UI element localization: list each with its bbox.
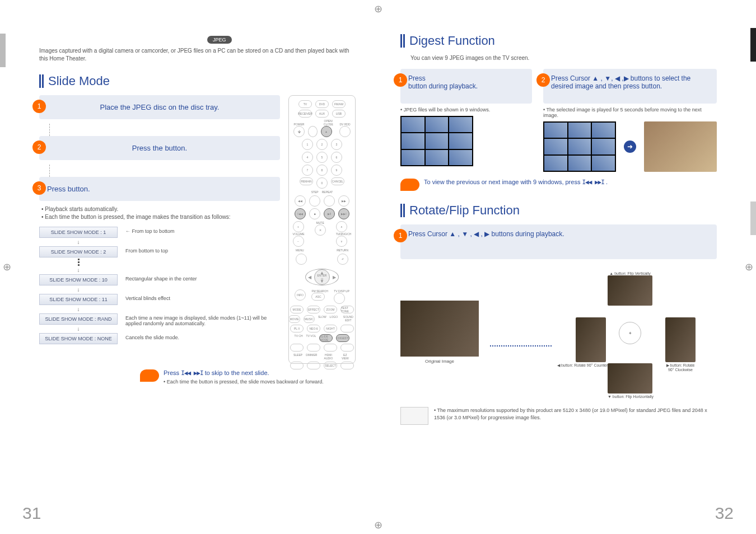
digest-step-2: 2 Press Cursor ▲ , ▼, ◀ ,▶ buttons to se… xyxy=(543,69,717,172)
mode-2-desc: From bottom to top xyxy=(125,246,280,254)
mute-button: ✕ xyxy=(315,224,326,236)
mode-list: SLIDE SHOW MODE : 1 ↓ ← From top to bott… xyxy=(39,227,280,345)
mode-1-desc: ← From top to bottom xyxy=(125,227,280,234)
aux-button: AUX xyxy=(315,110,329,118)
page-number-32: 32 xyxy=(715,504,734,523)
flip-horizontal-thumb: ▼ button: Flip Horizontally xyxy=(608,363,654,399)
stop-button: ■ xyxy=(309,208,320,219)
digest-1-bullet: • JPEG files will be shown in 9 windows. xyxy=(400,107,532,113)
remain-button: REMAIN xyxy=(300,177,313,185)
digest-header: Digest Function xyxy=(400,34,717,48)
mode-1-tile: SLIDE SHOW MODE : 1 xyxy=(39,227,118,238)
arrow-down-icon-2: ↓ xyxy=(39,267,118,273)
forward-button: ▶▶ xyxy=(338,195,349,207)
step-3: 3 Press button. xyxy=(39,177,280,201)
step-3-num: 3 xyxy=(32,181,46,195)
page-32: Digest Function You can view 9 JPEG imag… xyxy=(378,0,756,534)
rotate-step-num: 1 xyxy=(394,229,407,242)
arrow-down-icon-4: ↓ xyxy=(39,306,118,312)
dpad-left-icon: ◀ xyxy=(308,275,311,280)
steps-column: 1 Place the JPEG disc on the disc tray. … xyxy=(39,95,280,364)
num-4: 4 xyxy=(302,152,313,163)
digest-tip: To view the previous or next image with … xyxy=(400,179,717,191)
note-text: • The maximum resolutions supported by t… xyxy=(434,407,717,421)
bullet-1: • Playback starts automatically. xyxy=(41,205,280,213)
asc-button: ASC xyxy=(311,293,325,301)
num-5: 5 xyxy=(316,152,328,163)
dpad: ▲ ▼ ◀ ▶ ENTER⊙ xyxy=(305,269,339,285)
skip-tip: Press I◀◀ ▶▶I to skip to the next slide.… xyxy=(140,369,356,385)
section-bar-icon-3 xyxy=(400,204,405,217)
arrow-down-icon: ↓ xyxy=(39,239,118,245)
step-1: 1 Place the JPEG disc on the disc tray. xyxy=(39,95,280,119)
tvdisp-button xyxy=(334,293,345,304)
step-1-num: 1 xyxy=(32,100,46,113)
mode-rand-desc: Each time a new image is displayed, slid… xyxy=(125,313,280,326)
slide-mode-title: Slide Mode xyxy=(48,74,110,88)
remote-control-illustration: TV DVD FM/AM RECEIVER AUX USB POWER⏻ OPE… xyxy=(288,95,356,364)
mode-11-tile: SLIDE SHOW MODE : 11 xyxy=(39,294,118,305)
step-2-num: 2 xyxy=(32,140,46,154)
playback-bullets: • Playback starts automatically. • Each … xyxy=(41,205,280,221)
flip-vertical-thumb: ▲ button: Flip Vertically xyxy=(608,270,652,306)
tab-marker-left xyxy=(0,34,6,67)
next-button: ▶▶I xyxy=(338,208,349,219)
mode-rand-tile: SLIDE SHOW MODE : RAND xyxy=(39,313,118,325)
openclose-button: ▲ xyxy=(321,126,332,137)
step-button xyxy=(309,195,320,207)
prev-next-icons-2: I◀◀ ▶▶I xyxy=(582,179,604,186)
mode-button: MODE xyxy=(290,306,304,313)
openclose-label: OPEN/ CLOSE xyxy=(321,119,336,126)
prev-button: I◀◀ xyxy=(295,208,306,219)
fmam-button: FM/AM xyxy=(332,100,346,108)
menu-button xyxy=(296,254,307,265)
skip-tip-text: Press I◀◀ ▶▶I to skip to the next slide. xyxy=(164,369,324,377)
power-button: ⏻ xyxy=(293,126,305,137)
digest-tip-text: To view the previous or next image with … xyxy=(424,179,608,186)
intro-text: Images captured with a digital camera or… xyxy=(39,47,356,63)
cancel-button: CANCEL xyxy=(331,177,344,185)
num-3: 3 xyxy=(331,139,342,150)
section-bar-icon-2 xyxy=(400,34,405,48)
ch-down: ∨ xyxy=(336,236,347,247)
step-2-pre: Press the xyxy=(132,144,165,152)
step-2: 2 Press the button. xyxy=(39,136,280,160)
connector-line xyxy=(49,124,280,136)
digest-subtitle: You can view 9 JPEG images on the TV scr… xyxy=(410,55,717,61)
jpeg-badge: JPEG xyxy=(207,36,232,44)
digest-title: Digest Function xyxy=(409,34,495,48)
tab-marker-right-2 xyxy=(750,202,756,235)
tv-button: TV xyxy=(298,100,312,108)
arrow-down-icon-5: ↓ xyxy=(39,326,118,332)
rewind-button: ◀◀ xyxy=(295,195,306,207)
step-3-pre: Press xyxy=(47,185,68,193)
digest-step-1-num: 1 xyxy=(394,73,407,87)
rotate-title: Rotate/Flip Function xyxy=(409,203,520,218)
num-0: 0 xyxy=(316,177,328,189)
mode-none-desc: Cancels the slide mode. xyxy=(125,333,280,340)
arrow-right-icon: ➜ xyxy=(624,140,636,153)
rotate-header: Rotate/Flip Function xyxy=(400,203,717,218)
step-2-text: Press the button. xyxy=(47,144,272,152)
mode-11-desc: Vertical blinds effect xyxy=(125,294,280,301)
num-6: 6 xyxy=(331,152,342,163)
num-2: 2 xyxy=(316,139,328,150)
dvd-button: DVD xyxy=(315,100,329,108)
step-1-text: Place the JPEG disc on the disc tray. xyxy=(47,103,272,111)
usb-button: USB xyxy=(332,110,346,118)
dpad-up-icon: ▲ xyxy=(320,270,324,275)
mode-none-tile: SLIDE SHOW MODE : NONE xyxy=(39,333,118,344)
vol-up: + xyxy=(293,221,304,232)
note-icon xyxy=(400,407,428,425)
digest-button: DIGEST xyxy=(336,334,349,342)
power-label: POWER xyxy=(293,123,305,126)
nine-window-thumbnail xyxy=(400,116,473,166)
num-7: 7 xyxy=(302,165,313,176)
tip-icon-2 xyxy=(400,179,419,191)
step-2-post: button. xyxy=(165,144,187,152)
rotate-ccw-thumb: ◀ button: Rotate 90° Counterclockwise xyxy=(557,317,624,368)
step-3-text: Press button. xyxy=(47,185,272,193)
num-1: 1 xyxy=(302,139,313,150)
mode-10-desc: Rectangular shape in the center xyxy=(125,274,280,282)
digest-step-1: 1 Press button during playback. • JPEG f… xyxy=(400,69,532,172)
